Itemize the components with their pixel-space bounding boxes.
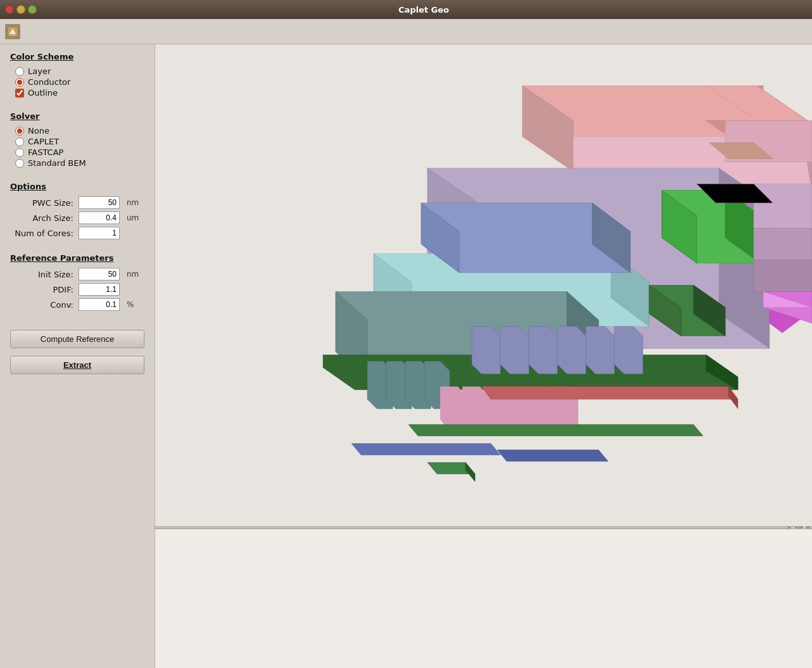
svg-marker-59 xyxy=(754,229,812,260)
titlebar: Caplet Geo xyxy=(0,0,812,19)
svg-marker-36 xyxy=(500,327,529,374)
svg-marker-37 xyxy=(529,327,557,374)
app-icon xyxy=(5,24,20,39)
layer-label: Layer xyxy=(28,66,51,76)
structure-green-bar xyxy=(409,425,703,436)
viz-container xyxy=(155,44,812,526)
pdif-label: PDIF: xyxy=(13,285,76,294)
pdif-input[interactable] xyxy=(79,283,120,296)
minimize-button[interactable] xyxy=(16,5,25,14)
init-size-unit: nm xyxy=(125,270,144,279)
caplet-label: CAPLET xyxy=(28,137,59,146)
none-radio[interactable] xyxy=(15,127,24,135)
right-viewport: ⊞ ✕ xyxy=(155,44,812,668)
conv-unit: % xyxy=(125,300,144,309)
caplet-radio-item[interactable]: CAPLET xyxy=(15,137,144,146)
pillars-row xyxy=(472,327,643,374)
log-viewport[interactable] xyxy=(155,529,812,668)
num-cores-label: Num of Cores: xyxy=(13,229,76,238)
none-label: None xyxy=(28,126,49,135)
main-window: Color Scheme Layer Conductor Outline Sol… xyxy=(0,19,812,668)
pwc-size-input[interactable] xyxy=(79,196,120,209)
svg-marker-35 xyxy=(472,327,500,374)
arch-size-label: Arch Size: xyxy=(13,213,76,223)
outline-label: Outline xyxy=(28,88,58,98)
conv-label: Conv: xyxy=(13,300,76,310)
conv-input[interactable] xyxy=(79,298,120,311)
outline-checkbox-item[interactable]: Outline xyxy=(15,88,144,98)
caplet-radio[interactable] xyxy=(15,137,24,146)
standard-bem-radio[interactable] xyxy=(15,159,24,168)
arch-size-unit: um xyxy=(125,213,144,222)
options-title: Options xyxy=(10,182,144,191)
extract-button[interactable]: Extract xyxy=(10,356,144,374)
conductor-label: Conductor xyxy=(28,77,70,87)
none-radio-item[interactable]: None xyxy=(15,126,144,135)
conductor-radio-item[interactable]: Conductor xyxy=(15,77,144,87)
fastcap-radio-item[interactable]: FASTCAP xyxy=(15,148,144,157)
svg-marker-58 xyxy=(754,184,812,229)
fastcap-label: FASTCAP xyxy=(28,148,63,157)
layer-radio[interactable] xyxy=(15,67,24,76)
window-title: Caplet Geo xyxy=(41,5,807,15)
solver-title: Solver xyxy=(10,111,144,121)
ref-params-title: Reference Parameters xyxy=(10,253,144,263)
conductor-radio[interactable] xyxy=(15,78,24,87)
3d-visualization xyxy=(155,44,812,526)
standard-bem-radio-item[interactable]: Standard BEM xyxy=(15,158,144,168)
svg-marker-39 xyxy=(586,327,614,374)
svg-marker-54 xyxy=(352,444,500,455)
structure-blue-block xyxy=(421,203,630,273)
maximize-button[interactable] xyxy=(28,5,37,14)
init-size-label: Init Size: xyxy=(13,270,76,279)
content-area: Color Scheme Layer Conductor Outline Sol… xyxy=(0,44,812,668)
svg-marker-53 xyxy=(409,425,703,436)
teal-pillars-row xyxy=(367,362,450,409)
standard-bem-label: Standard BEM xyxy=(28,158,86,168)
outline-checkbox[interactable] xyxy=(15,89,24,98)
svg-marker-55 xyxy=(497,450,608,462)
toolbar xyxy=(0,19,812,44)
close-button[interactable] xyxy=(5,5,14,14)
3d-viewport[interactable] xyxy=(155,44,812,526)
svg-marker-38 xyxy=(557,327,586,374)
left-panel: Color Scheme Layer Conductor Outline Sol… xyxy=(0,44,155,668)
pwc-size-label: PWC Size: xyxy=(13,198,76,208)
window-controls xyxy=(5,5,37,14)
svg-marker-51 xyxy=(481,387,738,400)
pwc-size-unit: nm xyxy=(125,198,144,207)
init-size-input[interactable] xyxy=(79,268,120,280)
color-scheme-group: Layer Conductor Outline xyxy=(15,66,144,98)
svg-marker-60 xyxy=(754,260,812,292)
solver-group: None CAPLET FASTCAP Standard BEM xyxy=(15,126,144,168)
fastcap-radio[interactable] xyxy=(15,148,24,157)
svg-marker-40 xyxy=(614,327,643,374)
arch-size-input[interactable] xyxy=(79,211,120,224)
ref-params-grid: Init Size: nm PDIF: Conv: % xyxy=(13,268,144,311)
layer-radio-item[interactable]: Layer xyxy=(15,66,144,76)
num-cores-input[interactable] xyxy=(79,227,120,239)
color-scheme-title: Color Scheme xyxy=(10,52,144,61)
compute-reference-button[interactable]: Compute Reference xyxy=(10,330,144,348)
options-grid: PWC Size: nm Arch Size: um Num of Cores: xyxy=(13,196,144,239)
